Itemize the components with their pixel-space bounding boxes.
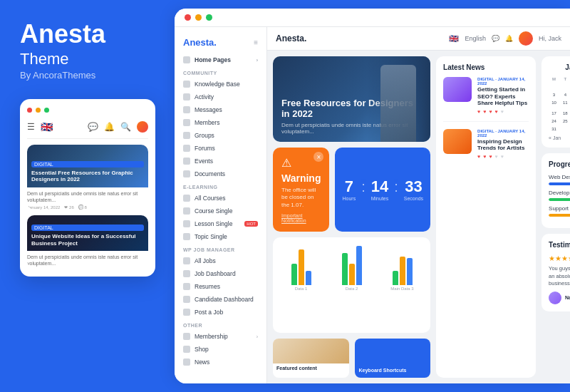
sidebar-item-course-single[interactable]: Course Single xyxy=(175,205,266,217)
sidebar-item-forums[interactable]: Forums xyxy=(175,142,266,155)
sidebar-item-post-job[interactable]: Post a Job xyxy=(175,306,266,319)
brand-title: Anesta xyxy=(20,21,155,47)
sidebar-item-lesson-single[interactable]: Lesson Single HOT xyxy=(175,217,266,230)
bottom-card-1: Featured content xyxy=(273,339,349,378)
latest-news-title: Latest News xyxy=(443,63,529,71)
progress-item-1: Web Designer 92% xyxy=(549,174,570,185)
testimonial-card: Testimonials ★★★★★ You guys are awesome!… xyxy=(542,234,570,311)
sidebar-item-messages[interactable]: Messages xyxy=(175,103,266,116)
testimonial-text: You guys are awesome! It was an absolute… xyxy=(549,265,570,288)
sidebar-item-knowledge[interactable]: Knowledge Base xyxy=(175,78,266,91)
hero-section: Free Resources for Designers in 2022 Dem… xyxy=(273,56,430,378)
countdown-minutes: 14 xyxy=(371,179,389,195)
bottom-card-2: Keyboard Shortcuts xyxy=(355,339,431,378)
testimonial-stars: ★★★★★ xyxy=(549,254,570,262)
sidebar-item-membership[interactable]: Membership › xyxy=(175,330,266,343)
sidebar-item-shop[interactable]: Shop xyxy=(175,343,266,356)
calendar-card: January 2023 M T W T F S S 12 3 xyxy=(542,56,570,148)
phone-card-2: DIGITAL Unique Website Ideas for a Succe… xyxy=(27,215,148,268)
warning-card: × ⚠ Warning The office will be closed on… xyxy=(273,148,329,232)
testimonial-avatar xyxy=(549,292,561,304)
middle-column: Latest News DIGITAL · January 14, 2022 G… xyxy=(436,56,536,378)
sidebar-item-groups[interactable]: Groups xyxy=(175,129,266,142)
content-area: Anesta. 🇬🇧 English 💬 🔔 Hi, Jack xyxy=(267,27,570,383)
bottom-cards: Featured content Keyboard Shortcuts xyxy=(273,339,430,378)
sidebar-item-resumes[interactable]: Resumes xyxy=(175,280,266,293)
countdown-hours: 7 xyxy=(342,179,356,195)
hero-card: Free Resources for Designers in 2022 Dem… xyxy=(273,56,430,142)
testimonial-title: Testimonials xyxy=(549,241,570,249)
warning-close-button[interactable]: × xyxy=(314,152,323,162)
chat-icon[interactable]: 💬 xyxy=(492,35,499,42)
main-panel: Anesta. ≡ Home Pages › COMMUNITY Knowled… xyxy=(175,9,570,383)
warning-title: Warning xyxy=(281,172,321,184)
chart-card: Data 1 Data 2 xyxy=(273,237,430,333)
news-item-2: DIGITAL · January 14, 2022 Inspiring Des… xyxy=(443,129,529,166)
sidebar-item-candidate[interactable]: Candidate Dashboard xyxy=(175,293,266,306)
left-panel: Anesta Theme By AncoraThemes ☰ 🇬🇧 💬 🔔 🔍 … xyxy=(0,0,175,392)
latest-news: Latest News DIGITAL · January 14, 2022 G… xyxy=(436,56,536,378)
sidebar-item-topic-single[interactable]: Topic Single xyxy=(175,230,266,243)
countdown-minutes-label: Minutes xyxy=(371,196,389,201)
progress-item-2: Development 60% xyxy=(549,190,570,201)
countdown-hours-label: Hours xyxy=(342,196,356,201)
calendar-grid: M T W T F S S 12 3456789 1011 xyxy=(549,76,570,133)
language-flag: 🇬🇧 xyxy=(449,34,459,43)
progress-item-3: Support 90% xyxy=(549,205,570,217)
sidebar-item-all-jobs[interactable]: All Jobs xyxy=(175,254,266,267)
sidebar-item-members[interactable]: Members xyxy=(175,116,266,129)
sidebar-item-events[interactable]: Events xyxy=(175,155,266,167)
calendar-prev[interactable]: « Jan xyxy=(549,135,561,140)
sidebar: Anesta. ≡ Home Pages › COMMUNITY Knowled… xyxy=(175,27,267,383)
right-column: January 2023 M T W T F S S 12 3 xyxy=(542,56,570,378)
brand-subtitle: Theme xyxy=(20,50,155,68)
sidebar-logo: Anesta. ≡ xyxy=(175,33,266,53)
sidebar-item-news[interactable]: News xyxy=(175,356,266,368)
language-label[interactable]: English xyxy=(465,35,486,42)
warning-link[interactable]: Important Notification xyxy=(281,213,321,223)
news-item-1: DIGITAL · January 14, 2022 Getting Start… xyxy=(443,77,529,122)
calendar-month: January 2023 xyxy=(549,63,570,71)
phone-card-1: DIGITAL Essential Free Resources for Gra… xyxy=(27,145,148,210)
browser-chrome xyxy=(175,9,570,27)
progress-card: Progress Bar Web Designer 92% Developmen… xyxy=(542,153,570,228)
bell-icon[interactable]: 🔔 xyxy=(505,35,513,42)
testimonial-author-name: Nayan McKee xyxy=(565,295,570,300)
sidebar-item-job-dashboard[interactable]: Job Dashboard xyxy=(175,267,266,280)
top-nav: Anesta. 🇬🇧 English 💬 🔔 Hi, Jack xyxy=(267,27,570,51)
countdown-sep2: : xyxy=(394,179,398,195)
sidebar-item-home[interactable]: Home Pages › xyxy=(175,53,266,66)
phone-mockup: ☰ 🇬🇧 💬 🔔 🔍 DIGITAL Essential Free Resour… xyxy=(20,99,155,277)
top-nav-logo: Anesta. xyxy=(276,33,306,43)
warning-text: The office will be closed on the 1.07. xyxy=(281,187,321,209)
sidebar-item-activity[interactable]: Activity xyxy=(175,91,266,103)
countdown-sep1: : xyxy=(361,179,366,195)
sidebar-item-documents[interactable]: Documents xyxy=(175,167,266,180)
countdown-card: 7 Hours : 14 Minutes : 33 Second xyxy=(335,148,430,232)
content-grid: Free Resources for Designers in 2022 Dem… xyxy=(267,51,570,383)
brand-author: By AncoraThemes xyxy=(20,70,155,81)
progress-title: Progress Bar xyxy=(549,160,570,168)
sidebar-item-all-courses[interactable]: All Courses xyxy=(175,192,266,205)
user-name: Hi, Jack xyxy=(539,35,561,42)
user-avatar[interactable] xyxy=(519,31,533,46)
countdown-seconds: 33 xyxy=(404,179,423,195)
app-content: Anesta. ≡ Home Pages › COMMUNITY Knowled… xyxy=(175,27,570,383)
countdown-seconds-label: Seconds xyxy=(404,196,423,201)
